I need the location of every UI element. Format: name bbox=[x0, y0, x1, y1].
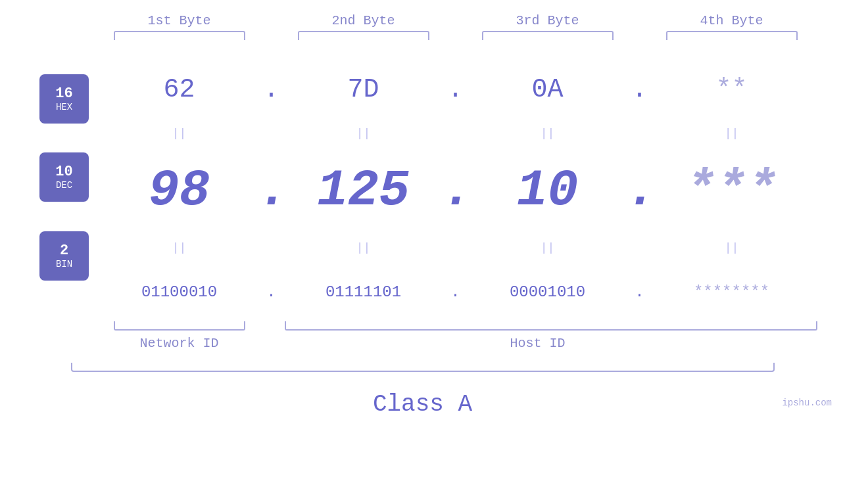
eq-row-1: || || || || bbox=[101, 119, 817, 148]
hex-b3: 0A bbox=[469, 75, 627, 104]
grid-content: 62 . 7D . 0A . ** || || || || 98 bbox=[101, 60, 817, 321]
bin-dot-2: . bbox=[443, 283, 469, 301]
bot-bracket-host bbox=[285, 321, 817, 331]
dec-b4: *** bbox=[653, 162, 811, 219]
bot-bracket-row bbox=[101, 321, 817, 331]
byte-header-2: 2nd Byte bbox=[285, 13, 443, 28]
dec-badge: 10 DEC bbox=[39, 152, 89, 202]
hex-data-row: 62 . 7D . 0A . ** bbox=[101, 60, 817, 119]
hex-badge: 16 HEX bbox=[39, 74, 89, 124]
hex-dot-2: . bbox=[443, 75, 469, 104]
class-a-label: Class A bbox=[373, 391, 472, 418]
eq-row-2: || || || || bbox=[101, 233, 817, 262]
hex-b1: 62 bbox=[101, 75, 258, 104]
dec-dot-1: . bbox=[258, 162, 285, 219]
hex-dot-3: . bbox=[627, 75, 653, 104]
dec-dot-3: . bbox=[627, 162, 653, 219]
eq-2-b4: || bbox=[653, 241, 811, 254]
top-brackets-row bbox=[101, 31, 811, 40]
bot-bracket-network bbox=[114, 321, 245, 331]
eq-1-b3: || bbox=[469, 127, 627, 140]
bottom-brackets-section: Network ID Host ID bbox=[101, 321, 817, 351]
dec-b2: 125 bbox=[285, 162, 443, 219]
byte-header-4: 4th Byte bbox=[653, 13, 811, 28]
top-bracket-3 bbox=[482, 31, 614, 40]
bin-badge: 2 BIN bbox=[39, 231, 89, 281]
byte-headers-row: 1st Byte 2nd Byte 3rd Byte 4th Byte bbox=[101, 13, 811, 28]
top-bracket-spacer-1 bbox=[258, 31, 285, 40]
data-grid: 16 HEX 10 DEC 2 BIN 62 . 7D . 0A . ** bbox=[28, 60, 817, 321]
dec-dot-2: . bbox=[443, 162, 469, 219]
main-layout: 1st Byte 2nd Byte 3rd Byte 4th Byte 16 H… bbox=[0, 0, 845, 418]
hex-dot-1: . bbox=[258, 75, 285, 104]
bin-badge-label: BIN bbox=[56, 259, 72, 269]
top-bracket-spacer-3 bbox=[627, 31, 653, 40]
top-bracket-1 bbox=[114, 31, 245, 40]
bin-b2: 01111101 bbox=[285, 283, 443, 301]
eq-1-b2: || bbox=[285, 127, 443, 140]
header-spacer-3 bbox=[627, 13, 653, 28]
byte-header-1: 1st Byte bbox=[101, 13, 258, 28]
hex-b2: 7D bbox=[285, 75, 443, 104]
dec-badge-label: DEC bbox=[56, 180, 72, 191]
watermark: ipshu.com bbox=[782, 398, 832, 408]
hex-b4: ** bbox=[653, 75, 811, 104]
eq-2-b1: || bbox=[101, 241, 258, 254]
eq-1-b4: || bbox=[653, 127, 811, 140]
bin-b3: 00001010 bbox=[469, 283, 627, 301]
big-bracket-wrap bbox=[28, 363, 817, 372]
bin-dot-1: . bbox=[258, 283, 285, 301]
host-id-label: Host ID bbox=[258, 336, 817, 351]
top-bracket-spacer-2 bbox=[443, 31, 469, 40]
dec-badge-num: 10 bbox=[55, 164, 72, 180]
network-id-label: Network ID bbox=[101, 336, 258, 351]
big-bottom-bracket bbox=[71, 363, 775, 372]
bot-bracket-spacer bbox=[258, 321, 285, 331]
bin-badge-num: 2 bbox=[60, 242, 68, 259]
top-bracket-2 bbox=[298, 31, 429, 40]
bin-data-row: 01100010 . 01111101 . 00001010 . *******… bbox=[101, 262, 817, 321]
hex-badge-label: HEX bbox=[56, 102, 72, 112]
class-a-wrap: Class A bbox=[28, 381, 817, 418]
bin-b1: 01100010 bbox=[101, 283, 258, 301]
dec-b1: 98 bbox=[101, 162, 258, 219]
byte-header-3: 3rd Byte bbox=[469, 13, 627, 28]
eq-2-b2: || bbox=[285, 241, 443, 254]
header-spacer-1 bbox=[258, 13, 285, 28]
header-spacer-2 bbox=[443, 13, 469, 28]
badges-column: 16 HEX 10 DEC 2 BIN bbox=[28, 60, 101, 321]
eq-2-b3: || bbox=[469, 241, 627, 254]
bin-b4: ******** bbox=[653, 283, 811, 301]
top-bracket-4 bbox=[666, 31, 798, 40]
hex-badge-num: 16 bbox=[55, 85, 72, 102]
bot-labels-row: Network ID Host ID bbox=[101, 336, 817, 351]
bin-dot-3: . bbox=[627, 283, 653, 301]
dec-data-row: 98 . 125 . 10 . *** bbox=[101, 148, 817, 233]
dec-b3: 10 bbox=[469, 162, 627, 219]
eq-1-b1: || bbox=[101, 127, 258, 140]
